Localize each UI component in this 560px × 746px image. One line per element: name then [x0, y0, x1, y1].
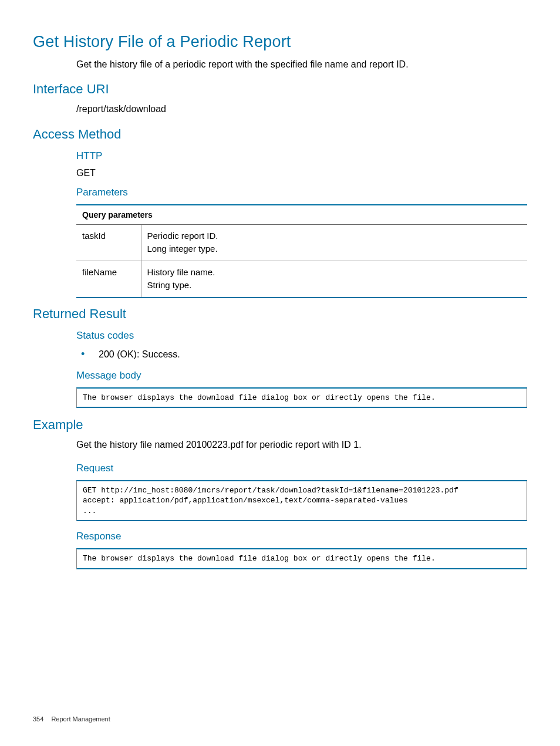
heading-http: HTTP: [76, 150, 527, 162]
heading-request: Request: [76, 463, 527, 474]
interface-uri-value: /report/task/download: [76, 103, 527, 116]
http-method-value: GET: [76, 168, 527, 178]
heading-example: Example: [33, 417, 527, 433]
request-block: GET http://imc_host:8080/imcrs/report/ta…: [76, 480, 527, 522]
param-name: taskId: [76, 224, 141, 261]
footer: 354 Report Management: [33, 715, 110, 723]
status-list: 200 (OK): Success.: [76, 347, 527, 362]
param-desc-line: String type.: [147, 280, 192, 290]
param-desc-line: Long integer type.: [147, 244, 218, 254]
heading-message-body: Message body: [76, 370, 527, 382]
param-desc-line: Periodic report ID.: [147, 231, 218, 241]
page-title: Get History File of a Periodic Report: [33, 33, 527, 51]
param-desc: History file name. String type.: [141, 261, 527, 298]
intro-paragraph: Get the history file of a periodic repor…: [76, 58, 527, 71]
table-row: taskId Periodic report ID. Long integer …: [76, 224, 527, 261]
message-body-block: The browser displays the download file d…: [76, 387, 527, 409]
page-number: 354: [33, 715, 43, 723]
heading-returned-result: Returned Result: [33, 306, 527, 322]
heading-status-codes: Status codes: [76, 330, 527, 342]
table-row: fileName History file name. String type.: [76, 261, 527, 298]
param-name: fileName: [76, 261, 141, 298]
footer-section-name: Report Management: [51, 715, 110, 723]
heading-interface-uri: Interface URI: [33, 82, 527, 97]
list-item: 200 (OK): Success.: [76, 347, 527, 362]
heading-response: Response: [76, 531, 527, 542]
param-desc-line: History file name.: [147, 267, 215, 277]
heading-access-method: Access Method: [33, 127, 527, 142]
heading-parameters: Parameters: [76, 187, 527, 198]
example-intro: Get the history file named 20100223.pdf …: [76, 438, 527, 451]
param-desc: Periodic report ID. Long integer type.: [141, 224, 527, 261]
table-header: Query parameters: [76, 205, 527, 225]
response-block: The browser displays the download file d…: [76, 548, 527, 569]
query-parameters-table: Query parameters taskId Periodic report …: [76, 204, 527, 298]
